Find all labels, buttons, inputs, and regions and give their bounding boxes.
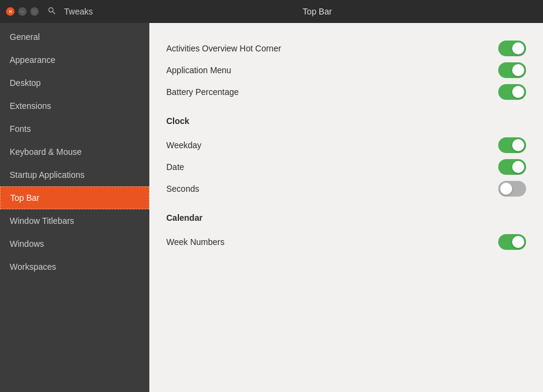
sidebar-item-extensions[interactable]: Extensions [0, 94, 149, 117]
setting-label: Activities Overview Hot Corner [166, 44, 281, 53]
toggle-thumb [512, 42, 524, 54]
sidebar-item-label: Startup Applications [10, 170, 85, 180]
sidebar-item-startup-applications[interactable]: Startup Applications [0, 163, 149, 186]
toggle-week-numbers[interactable] [498, 234, 526, 250]
section-header-label: Calendar [166, 213, 203, 223]
sidebar-item-window-titlebars[interactable]: Window Titlebars [0, 209, 149, 232]
sidebar-item-label: Windows [10, 239, 44, 249]
sidebar-item-label: Keyboard & Mouse [10, 147, 82, 157]
toggle-thumb [512, 161, 524, 173]
sidebar-item-label: Desktop [10, 78, 41, 88]
setting-seconds: Seconds [166, 178, 526, 200]
setting-label: Application Menu [166, 65, 231, 75]
section-header-calendar: Calendar [166, 207, 526, 229]
sidebar-item-label: Workspaces [10, 262, 56, 272]
toggle-seconds[interactable] [498, 181, 526, 197]
sidebar-item-windows[interactable]: Windows [0, 232, 149, 255]
app-name: Tweaks [64, 7, 93, 16]
search-icon [47, 6, 57, 16]
toggle-thumb [500, 183, 512, 195]
toggle-track [498, 234, 526, 250]
toggle-track [498, 137, 526, 153]
sidebar-item-workspaces[interactable]: Workspaces [0, 255, 149, 278]
sidebar-item-label: Window Titlebars [10, 216, 74, 226]
sidebar-item-label: Top Bar [10, 193, 39, 203]
setting-label: Seconds [166, 184, 199, 194]
sidebar-item-label: Appearance [10, 55, 56, 65]
toggle-track [498, 62, 526, 78]
setting-label: Battery Percentage [166, 87, 239, 97]
toggle-thumb [512, 64, 524, 76]
setting-label: Week Numbers [166, 237, 224, 247]
toggle-track [498, 84, 526, 100]
toggle-weekday[interactable] [498, 137, 526, 153]
main-layout: General Appearance Desktop Extensions Fo… [0, 23, 543, 392]
toggle-track [498, 41, 526, 56]
section-header-label: Clock [166, 116, 189, 126]
close-button[interactable] [6, 7, 15, 16]
search-button[interactable] [47, 6, 57, 18]
setting-week-numbers: Week Numbers [166, 231, 526, 253]
window-title: Top Bar [97, 7, 537, 16]
toggle-activities-overview-hot-corner[interactable] [498, 41, 526, 56]
setting-date: Date [166, 156, 526, 178]
toggle-thumb [512, 86, 524, 98]
toggle-track [498, 181, 526, 197]
toggle-application-menu[interactable] [498, 62, 526, 78]
setting-label: Weekday [166, 140, 201, 150]
content-area: Activities Overview Hot Corner Applicati… [149, 23, 543, 392]
sidebar-item-fonts[interactable]: Fonts [0, 117, 149, 140]
setting-application-menu: Application Menu [166, 59, 526, 81]
toggle-battery-percentage[interactable] [498, 84, 526, 100]
sidebar-item-keyboard-mouse[interactable]: Keyboard & Mouse [0, 140, 149, 163]
toggle-thumb [512, 236, 524, 248]
sidebar-item-top-bar[interactable]: Top Bar [0, 186, 149, 209]
setting-weekday: Weekday [166, 134, 526, 156]
sidebar-item-desktop[interactable]: Desktop [0, 71, 149, 94]
setting-label: Date [166, 162, 184, 172]
sidebar: General Appearance Desktop Extensions Fo… [0, 23, 149, 392]
sidebar-item-appearance[interactable]: Appearance [0, 48, 149, 71]
setting-battery-percentage: Battery Percentage [166, 81, 526, 103]
sidebar-item-label: Fonts [10, 124, 31, 134]
window-controls [6, 7, 39, 16]
section-header-clock: Clock [166, 110, 526, 132]
maximize-button[interactable] [30, 7, 39, 16]
minimize-button[interactable] [18, 7, 27, 16]
toggle-date[interactable] [498, 159, 526, 175]
sidebar-item-general[interactable]: General [0, 25, 149, 48]
setting-activities-overview-hot-corner: Activities Overview Hot Corner [166, 38, 526, 59]
titlebar: Tweaks Top Bar [0, 0, 543, 23]
toggle-thumb [512, 139, 524, 151]
toggle-track [498, 159, 526, 175]
sidebar-item-label: General [10, 32, 40, 42]
sidebar-item-label: Extensions [10, 101, 51, 111]
